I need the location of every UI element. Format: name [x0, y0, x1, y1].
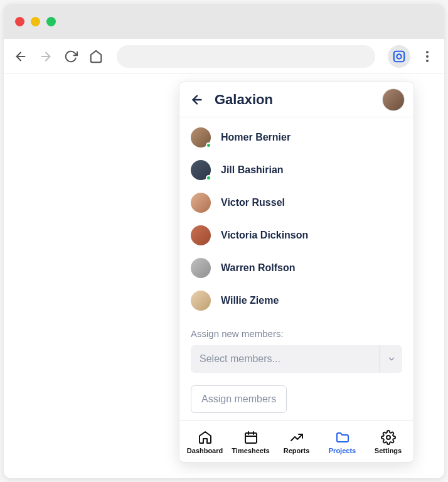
chevron-down-icon [380, 345, 402, 373]
trend-icon [289, 429, 305, 446]
member-avatar [191, 160, 211, 180]
assign-label: Assign new members: [191, 328, 402, 339]
online-status-dot [206, 142, 211, 148]
back-icon[interactable] [13, 48, 29, 65]
panel-title: Galaxion [215, 92, 273, 108]
content-area: Galaxion Homer BernierJill BashirianVict… [4, 74, 444, 478]
svg-point-3 [397, 54, 401, 58]
member-name: Homer Bernier [221, 132, 291, 143]
reload-icon[interactable] [63, 48, 79, 65]
member-row[interactable]: Victoria Dickinson [179, 219, 413, 252]
calendar-icon [243, 429, 259, 446]
address-bar[interactable] [117, 45, 375, 68]
gear-icon [380, 429, 397, 446]
more-menu-icon[interactable] [419, 48, 435, 65]
titlebar [4, 4, 444, 39]
home-icon[interactable] [88, 48, 104, 65]
traffic-lights [15, 17, 56, 26]
panel-header: Galaxion [179, 82, 413, 117]
member-name: Victor Russel [221, 197, 285, 208]
assign-button-label: Assign members [201, 394, 276, 405]
member-name: Jill Bashirian [221, 164, 284, 176]
member-row[interactable]: Jill Bashirian [179, 154, 413, 186]
nav-item-settings[interactable]: Settings [365, 429, 411, 454]
nav-item-label: Timesheets [232, 447, 269, 454]
member-avatar [191, 291, 211, 311]
member-name: Willie Zieme [221, 295, 279, 306]
member-row[interactable]: Warren Rolfson [179, 252, 413, 284]
nav-item-reports[interactable]: Reports [274, 429, 319, 454]
assign-members-button[interactable]: Assign members [191, 385, 287, 413]
online-status-dot [206, 175, 211, 181]
extension-button[interactable] [388, 45, 410, 68]
minimize-window-button[interactable] [31, 17, 40, 26]
member-select[interactable]: Select members... [191, 345, 402, 373]
member-row[interactable]: Willie Zieme [179, 284, 413, 317]
nav-item-label: Projects [329, 447, 356, 454]
member-row[interactable]: Homer Bernier [179, 121, 413, 154]
nav-item-label: Reports [284, 447, 310, 454]
close-window-button[interactable] [15, 17, 24, 26]
maximize-window-button[interactable] [46, 17, 56, 26]
browser-window: Galaxion Homer BernierJill BashirianVict… [4, 4, 444, 478]
member-avatar [191, 127, 211, 147]
member-name: Victoria Dickinson [221, 230, 308, 241]
nav-item-label: Settings [375, 447, 402, 454]
panel-back-button[interactable] [188, 91, 206, 109]
nav-item-label: Dashboard [187, 447, 223, 454]
forward-icon[interactable] [38, 48, 54, 65]
member-avatar [191, 193, 211, 213]
member-list: Homer BernierJill BashirianVictor Russel… [179, 117, 413, 323]
member-avatar [191, 225, 211, 245]
member-name: Warren Rolfson [221, 262, 296, 274]
nav-item-dashboard[interactable]: Dashboard [182, 429, 228, 454]
svg-rect-5 [245, 433, 257, 443]
member-row[interactable]: Victor Russel [179, 186, 413, 219]
svg-point-9 [387, 436, 390, 439]
select-placeholder: Select members... [200, 353, 380, 365]
svg-rect-2 [394, 51, 405, 62]
user-avatar[interactable] [382, 88, 405, 111]
extension-panel: Galaxion Homer BernierJill BashirianVict… [179, 82, 414, 463]
assign-section: Assign new members: Select members... As… [179, 323, 413, 413]
folder-icon [334, 429, 351, 446]
home-icon [197, 429, 213, 446]
nav-item-timesheets[interactable]: Timesheets [228, 429, 274, 454]
bottom-nav: DashboardTimesheetsReportsProjectsSettin… [179, 420, 413, 462]
browser-toolbar [4, 39, 444, 74]
nav-item-projects[interactable]: Projects [319, 429, 365, 454]
member-avatar [191, 258, 211, 278]
